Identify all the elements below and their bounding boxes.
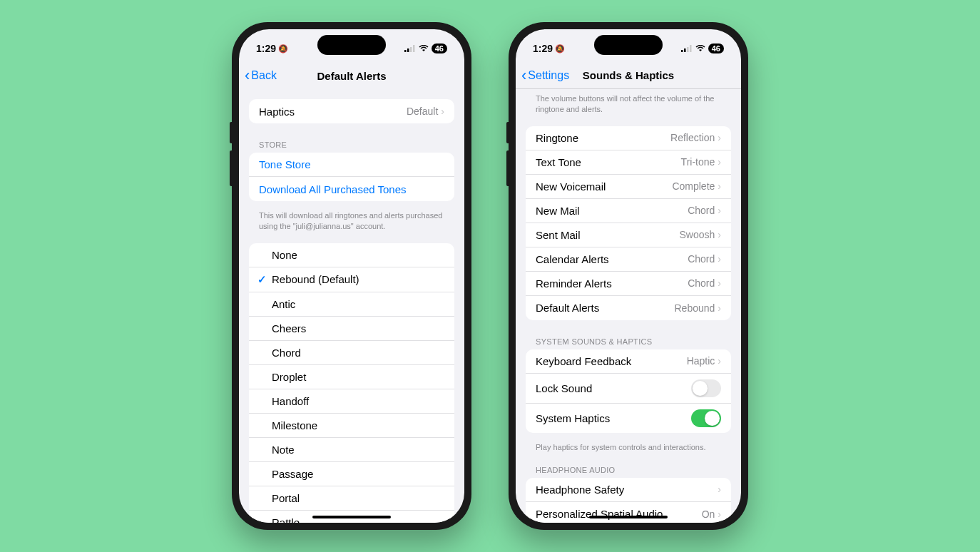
- system-haptics-row: System Haptics: [526, 404, 731, 433]
- tone-row[interactable]: Antic: [249, 292, 454, 317]
- status-time: 1:29: [256, 43, 276, 54]
- tone-label: None: [272, 249, 297, 261]
- phone-left: 1:29 🔕 46 ‹ Back Default Alerts Haptics: [232, 22, 471, 530]
- sound-label: Calendar Alerts: [536, 253, 609, 265]
- battery-indicator: 46: [708, 44, 724, 53]
- sound-row[interactable]: Default AlertsRebound›: [526, 296, 731, 320]
- nav-bar: ‹ Settings Sounds & Haptics: [516, 62, 741, 89]
- sounds-group: RingtoneReflection›Text ToneTri-tone›New…: [526, 126, 731, 320]
- sound-row[interactable]: Reminder AlertsChord›: [526, 272, 731, 296]
- lock-sound-row: Lock Sound: [526, 374, 731, 404]
- haptics-row[interactable]: Haptics Default ›: [249, 99, 454, 123]
- chevron-right-icon: ›: [718, 508, 721, 520]
- keyboard-feedback-value: Haptic: [687, 355, 715, 367]
- sound-row[interactable]: Calendar AlertsChord›: [526, 247, 731, 272]
- screen-right: 1:29 🔕 46 ‹ Settings Sounds & Haptics Th…: [516, 29, 741, 523]
- chevron-right-icon: ›: [718, 277, 721, 289]
- keyboard-feedback-row[interactable]: Keyboard Feedback Haptic ›: [526, 349, 731, 374]
- system-haptics-label: System Haptics: [536, 412, 610, 424]
- headphone-safety-label: Headphone Safety: [536, 484, 624, 496]
- battery-indicator: 46: [432, 44, 447, 53]
- back-button[interactable]: ‹ Settings: [521, 66, 569, 85]
- tone-row[interactable]: Droplet: [249, 365, 454, 389]
- silent-icon: 🔕: [555, 44, 565, 53]
- tone-row[interactable]: None: [249, 243, 454, 267]
- spatial-audio-value: On: [702, 508, 715, 520]
- tone-row[interactable]: Handoff: [249, 389, 454, 414]
- page-title: Default Alerts: [317, 70, 387, 82]
- tone-row[interactable]: Note: [249, 438, 454, 462]
- headphone-safety-row[interactable]: Headphone Safety ›: [526, 478, 731, 502]
- haptics-value: Default: [407, 106, 438, 117]
- tone-store-label: Tone Store: [259, 158, 311, 170]
- sound-label: Sent Mail: [536, 229, 581, 241]
- chevron-right-icon: ›: [718, 156, 721, 168]
- tone-row[interactable]: Chord: [249, 341, 454, 365]
- sound-row[interactable]: Text ToneTri-tone›: [526, 150, 731, 175]
- tone-row[interactable]: Cheers: [249, 317, 454, 341]
- spatial-audio-row[interactable]: Personalized Spatial Audio On ›: [526, 502, 731, 523]
- sound-row[interactable]: Sent MailSwoosh›: [526, 223, 731, 247]
- svg-rect-6: [687, 47, 689, 52]
- chevron-right-icon: ›: [718, 205, 721, 216]
- sound-value: Chord: [688, 277, 715, 289]
- system-sounds-header: SYSTEM SOUNDS & HAPTICS: [526, 326, 731, 349]
- sound-label: Default Alerts: [536, 302, 599, 314]
- screen-left: 1:29 🔕 46 ‹ Back Default Alerts Haptics: [239, 29, 464, 523]
- haptics-group: Haptics Default ›: [249, 99, 454, 123]
- tone-label: Rebound (Default): [272, 273, 359, 285]
- sound-value: Complete: [672, 180, 715, 192]
- tone-row[interactable]: Milestone: [249, 414, 454, 438]
- dynamic-island: [317, 35, 386, 55]
- nav-bar: ‹ Back Default Alerts: [239, 62, 464, 89]
- haptics-footer: Play haptics for system controls and int…: [526, 439, 731, 454]
- dynamic-island: [594, 35, 663, 55]
- lock-sound-toggle[interactable]: [691, 379, 721, 397]
- chevron-right-icon: ›: [718, 132, 721, 143]
- sound-value: Chord: [688, 205, 715, 216]
- tone-row[interactable]: ✓Rebound (Default): [249, 267, 454, 292]
- system-sounds-group: Keyboard Feedback Haptic › Lock Sound Sy…: [526, 349, 731, 433]
- sound-value: Reflection: [670, 132, 715, 143]
- tones-group: None✓Rebound (Default)AnticCheersChordDr…: [249, 243, 454, 523]
- headphone-audio-header: HEADPHONE AUDIO: [526, 454, 731, 478]
- volume-footer: The volume buttons will not affect the v…: [526, 89, 731, 116]
- phone-right: 1:29 🔕 46 ‹ Settings Sounds & Haptics Th…: [509, 22, 748, 530]
- checkmark-icon: ✓: [257, 273, 272, 286]
- page-title: Sounds & Haptics: [583, 69, 674, 81]
- chevron-left-icon: ‹: [521, 66, 526, 85]
- tone-label: Antic: [272, 298, 295, 310]
- chevron-right-icon: ›: [441, 106, 444, 117]
- svg-rect-3: [413, 45, 415, 52]
- cellular-icon: [404, 45, 416, 52]
- sound-row[interactable]: New VoicemailComplete›: [526, 175, 731, 199]
- tone-label: Note: [272, 444, 295, 456]
- tone-label: Milestone: [272, 419, 317, 431]
- chevron-right-icon: ›: [718, 302, 721, 314]
- tone-row[interactable]: Passage: [249, 462, 454, 486]
- sound-row[interactable]: RingtoneReflection›: [526, 126, 731, 150]
- tone-label: Cheers: [272, 322, 306, 334]
- home-indicator[interactable]: [589, 516, 668, 518]
- sound-label: Reminder Alerts: [536, 277, 612, 290]
- content-area: Haptics Default › STORE Tone Store Downl…: [239, 89, 464, 523]
- tone-label: Chord: [272, 347, 301, 359]
- system-haptics-toggle[interactable]: [691, 409, 721, 427]
- home-indicator[interactable]: [312, 516, 391, 518]
- store-group: Tone Store Download All Purchased Tones: [249, 153, 454, 201]
- download-all-label: Download All Purchased Tones: [259, 183, 407, 195]
- tone-store-row[interactable]: Tone Store: [249, 153, 454, 177]
- tone-label: Handoff: [272, 395, 309, 407]
- svg-rect-0: [404, 50, 407, 52]
- svg-rect-7: [690, 45, 692, 52]
- download-all-row[interactable]: Download All Purchased Tones: [249, 177, 454, 201]
- sound-label: New Voicemail: [536, 180, 606, 193]
- back-label: Back: [251, 69, 277, 82]
- back-button[interactable]: ‹ Back: [245, 66, 277, 85]
- tone-row[interactable]: Portal: [249, 486, 454, 511]
- sound-row[interactable]: New MailChord›: [526, 199, 731, 223]
- sound-value: Tri-tone: [681, 156, 715, 168]
- content-area: The volume buttons will not affect the v…: [516, 89, 741, 523]
- sound-label: New Mail: [536, 205, 580, 217]
- download-footer: This will download all ringtones and ale…: [249, 207, 454, 233]
